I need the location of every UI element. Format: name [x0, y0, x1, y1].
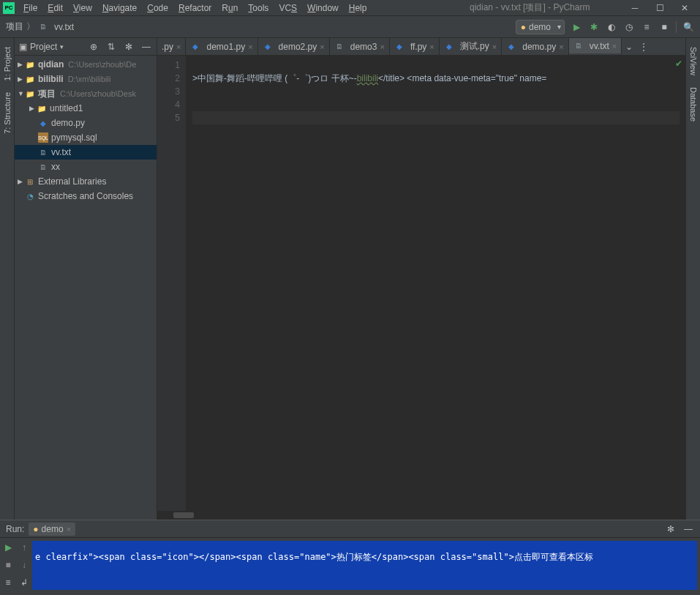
wrap-icon[interactable]: ↲	[20, 577, 28, 588]
tab-vvtxt[interactable]: 🗎vv.txt×	[569, 38, 622, 55]
run-body: ▶ ■ ≡ ↑ ↓ ↲ e clearfix"><span class="ico…	[0, 538, 700, 593]
file-icon: 🗎	[38, 162, 48, 172]
rerun-icon[interactable]: ▶	[5, 542, 12, 553]
tab-py[interactable]: .py×	[157, 38, 186, 55]
close-icon[interactable]: ×	[612, 42, 617, 50]
horizontal-scrollbar[interactable]	[157, 511, 685, 520]
menu-file[interactable]: File	[19, 1, 42, 15]
main-area: 1: Project 7: Structure ▣ Project ▾ ⊕ ⇅ …	[0, 38, 700, 520]
menu-code[interactable]: Code	[143, 1, 173, 15]
breadcrumb-root[interactable]: 项目	[6, 20, 23, 33]
editor-body[interactable]: 1 2 3 4 5 >中国舞-舞蹈-哔哩哔哩 (゜-゜)つロ 干杯~-bilib…	[157, 56, 685, 511]
rail-sciview[interactable]: SciView	[689, 47, 698, 75]
stop-icon[interactable]: ■	[5, 560, 10, 570]
breadcrumb[interactable]: 项目 〉 🗎 vv.txt	[6, 20, 74, 33]
run-label: Run:	[6, 524, 24, 534]
up-icon[interactable]: ↑	[22, 542, 26, 553]
menu-tools[interactable]: Tools	[244, 1, 273, 15]
tree-item-pymysql[interactable]: SQL pymysql.sql	[15, 130, 157, 145]
tab-overflow-icon[interactable]: ⌄	[622, 38, 636, 55]
close-icon[interactable]: ×	[492, 42, 497, 51]
menu-refactor[interactable]: Refactor	[174, 1, 216, 15]
collapse-icon[interactable]: ⇅	[105, 41, 117, 53]
project-panel-header: ▣ Project ▾ ⊕ ⇅ ✻ —	[15, 38, 157, 56]
stop-icon[interactable]: ■	[658, 21, 670, 33]
menu-vcs[interactable]: VCS	[274, 1, 301, 15]
close-icon[interactable]: ×	[176, 42, 181, 51]
chevron-down-icon: ▾	[60, 43, 64, 50]
tree-item-demopy[interactable]: ◆ demo.py	[15, 116, 157, 130]
project-panel-title[interactable]: ▣ Project ▾	[19, 42, 64, 52]
project-tree: ▶📁 qidian C:\Users\zhoub\De ▶📁 bilibili …	[15, 56, 157, 520]
breadcrumb-file[interactable]: vv.txt	[54, 22, 74, 32]
menu-navigate[interactable]: Navigate	[98, 1, 141, 15]
tree-item-vvtxt[interactable]: 🗎 vv.txt	[15, 145, 157, 160]
close-icon[interactable]: ×	[380, 42, 384, 51]
close-icon[interactable]: ×	[248, 42, 252, 51]
tab-ff[interactable]: ◆ff.py×	[390, 38, 440, 55]
python-icon: ●	[521, 22, 526, 32]
tree-item-qidian[interactable]: ▶📁 qidian C:\Users\zhoub\De	[15, 57, 157, 72]
rail-database[interactable]: Database	[689, 87, 698, 121]
debug-icon[interactable]: ✱	[588, 21, 600, 33]
tab-demo3[interactable]: 🗎demo3×	[330, 38, 390, 55]
tree-item-project[interactable]: ▼📁 项目 C:\Users\zhoub\Desk	[15, 86, 157, 101]
tab-demo1[interactable]: ◆demo1.py×	[186, 38, 257, 55]
menu-window[interactable]: Window	[303, 1, 343, 15]
tab-test[interactable]: ◆测试.py×	[440, 38, 502, 55]
tree-item-scratches[interactable]: ◔ Scratches and Consoles	[15, 189, 157, 203]
code-area[interactable]: >中国舞-舞蹈-哔哩哔哩 (゜-゜)つロ 干杯~-bilibili</title…	[187, 56, 685, 511]
library-icon: ⊞	[25, 176, 35, 187]
down-icon[interactable]: ↓	[22, 560, 26, 570]
hide-icon[interactable]: —	[140, 41, 152, 53]
coverage-icon[interactable]: ◐	[606, 21, 617, 33]
close-icon[interactable]: ✕	[680, 3, 690, 13]
status-bar	[0, 593, 700, 594]
menu-edit[interactable]: Edit	[43, 1, 67, 15]
layout-icon[interactable]: ≡	[5, 577, 10, 588]
menu-view[interactable]: View	[69, 1, 97, 15]
rail-project[interactable]: 1: Project	[3, 47, 12, 81]
main-menu: File Edit View Navigate Code Refactor Ru…	[19, 1, 371, 15]
menu-run[interactable]: Run	[217, 1, 242, 15]
run-config-selector[interactable]: ● demo	[516, 20, 565, 34]
project-view-icon: ▣	[19, 42, 27, 52]
tree-item-xx[interactable]: 🗎 xx	[15, 160, 157, 174]
run-tab[interactable]: ● demo ×	[29, 523, 75, 536]
close-icon[interactable]: ×	[320, 42, 324, 51]
maximize-icon[interactable]: ☐	[655, 3, 665, 13]
gear-icon[interactable]: ✻	[123, 41, 135, 53]
close-icon[interactable]: ×	[559, 42, 563, 51]
run-icon[interactable]: ▶	[571, 21, 582, 33]
tree-item-untitled1[interactable]: ▶ 📁 untitled1	[15, 101, 157, 116]
inspection-ok-icon[interactable]: ✔	[675, 59, 682, 69]
rail-structure[interactable]: 7: Structure	[3, 92, 12, 134]
tree-item-external-libs[interactable]: ▶ ⊞ External Libraries	[15, 174, 157, 189]
menu-help[interactable]: Help	[345, 1, 372, 15]
window-title: qidian - vv.txt [项目] - PyCharm	[371, 1, 630, 14]
search-icon[interactable]: 🔍	[682, 21, 694, 33]
sql-icon: SQL	[38, 132, 48, 143]
file-icon: 🗎	[38, 147, 48, 157]
concurrency-icon[interactable]: ≡	[641, 21, 652, 33]
minimize-icon[interactable]: ─	[630, 3, 640, 13]
tab-demo[interactable]: ◆demo.py×	[502, 38, 568, 55]
editor-tab-bar: .py× ◆demo1.py× ◆demo2.py× 🗎demo3× ◆ff.p…	[157, 38, 685, 56]
close-icon[interactable]: ×	[429, 42, 434, 51]
scrollbar-thumb[interactable]	[173, 512, 194, 518]
python-icon: ◆	[38, 118, 48, 128]
hide-icon[interactable]: —	[682, 523, 694, 535]
tree-item-bilibili[interactable]: ▶📁 bilibili D:\xm\bilibili	[15, 72, 157, 86]
breadcrumb-separator: 〉	[26, 20, 35, 33]
run-panel-header: Run: ● demo × ✻ —	[0, 520, 700, 538]
run-controls-col1: ▶ ■ ≡	[0, 538, 16, 593]
profile-icon[interactable]: ◷	[623, 21, 635, 33]
tab-list-icon[interactable]: ⋮	[636, 38, 651, 55]
title-bar: PC File Edit View Navigate Code Refactor…	[0, 0, 700, 16]
run-config-label: demo	[529, 22, 551, 32]
gear-icon[interactable]: ✻	[665, 523, 677, 535]
locate-icon[interactable]: ⊕	[88, 41, 99, 53]
tab-demo2[interactable]: ◆demo2.py×	[258, 38, 330, 55]
close-icon[interactable]: ×	[67, 525, 71, 534]
run-output[interactable]: e clearfix"><span class="icon"></span><s…	[32, 541, 697, 590]
